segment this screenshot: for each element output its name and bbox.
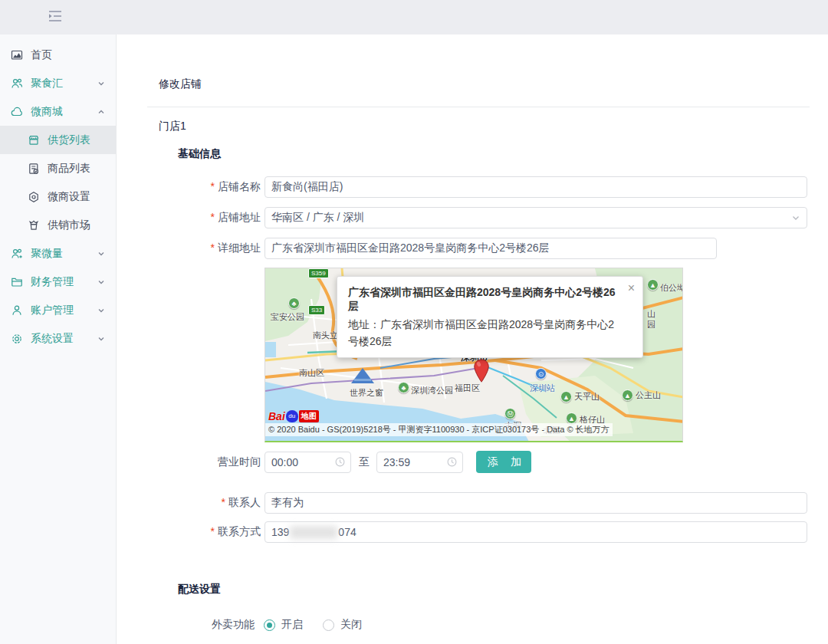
map-label: 公主山: [636, 389, 661, 401]
phone-suffix: 074: [338, 526, 356, 538]
clock-icon: [335, 457, 345, 467]
sidebar-item-label: 聚微量: [31, 247, 63, 261]
phone-label: *联系方式: [159, 525, 261, 539]
shop-region-label: *店铺地址: [159, 211, 261, 225]
market-icon: [28, 219, 41, 232]
top-header: [0, 0, 828, 34]
map-label: 天平山: [574, 391, 600, 402]
takeout-row: 外卖功能 开启 关闭: [159, 618, 810, 632]
park-poi-icon: ♣: [398, 382, 409, 393]
business-hours-row: 营业时间 00:00 至 23:59 添 加: [159, 451, 810, 473]
takeout-label: 外卖功能: [159, 618, 255, 632]
shop-name-row: *店铺名称: [159, 176, 810, 198]
sidebar-item-label: 首页: [31, 48, 52, 62]
window-of-world-pyramid-icon: [351, 368, 374, 383]
sidebar-item-label: 账户管理: [31, 304, 74, 317]
chevron-down-icon: [97, 250, 105, 258]
road-badge: S33: [308, 305, 325, 315]
sidebar-item-jushihui[interactable]: 聚食汇: [0, 69, 116, 97]
rail-station-poi-icon: ⊙: [535, 368, 547, 380]
required-asterisk: *: [211, 180, 215, 192]
sidebar-item-supply-list[interactable]: 供货列表: [0, 126, 116, 154]
radio-option-label[interactable]: 开启: [281, 618, 303, 632]
shop-name-input[interactable]: [264, 176, 807, 198]
sidebar-item-label: 财务管理: [31, 275, 74, 289]
contact-row: *联系人: [159, 492, 810, 514]
map-label: 南山区: [299, 367, 324, 379]
baidu-map[interactable]: S359 S33 ♣ ♣ ▲ ▲ ▲ Ⓜ ▲ ⊙ 宝安公园 南头立交 深云立交 …: [264, 268, 683, 442]
gear-icon: [11, 332, 24, 345]
page-title: 修改店铺: [159, 77, 810, 91]
phone-input[interactable]: 139 074: [264, 521, 807, 543]
person-icon: [11, 304, 24, 317]
title-divider: [147, 107, 810, 107]
sidebar-item-juweiliang[interactable]: 聚微量: [0, 239, 116, 268]
sidebar-item-home[interactable]: 首页: [0, 41, 116, 69]
sidebar: 首页 聚食汇 微商城 供货列表 商品列表 微商设置 供销市场: [0, 34, 117, 644]
map-copyright: © 2020 Baidu - GS(2019)5218号 - 甲测资字11009…: [265, 423, 613, 436]
contact-label: *联系人: [159, 496, 261, 510]
phone-row: *联系方式 139 074: [159, 521, 810, 543]
chart-icon: [11, 48, 24, 61]
map-label: 福田区: [455, 383, 480, 394]
sidebar-item-label: 商品列表: [48, 162, 90, 176]
chevron-down-icon: [97, 278, 105, 286]
cloud-icon: [11, 105, 24, 118]
hours-start-input[interactable]: 00:00: [264, 452, 351, 473]
shop-region-select[interactable]: 华南区 / 广东 / 深圳: [264, 207, 807, 228]
metro-poi-icon: Ⓜ: [504, 408, 516, 419]
radio-unselected-icon[interactable]: [323, 619, 334, 631]
hours-start-value: 00:00: [271, 456, 298, 468]
people-icon: [11, 77, 24, 90]
chevron-down-icon: [97, 335, 105, 343]
takeout-radio-group: 开启 关闭: [264, 618, 382, 632]
radio-selected-icon[interactable]: [264, 619, 275, 631]
sidebar-item-account[interactable]: 账户管理: [0, 296, 116, 324]
main-content: 修改店铺 门店1 基础信息 *店铺名称 *店铺地址 华南区 / 广东 / 深圳 …: [117, 34, 828, 644]
required-asterisk: *: [222, 496, 225, 508]
popup-address: 地址：广东省深圳市福田区金田路2028号皇岗商务中心2号楼26层: [348, 317, 619, 350]
clock-icon: [447, 457, 457, 467]
mountain-poi-icon: ▲: [560, 391, 572, 402]
address-input[interactable]: [264, 238, 717, 259]
park-poi-icon: ♣: [288, 297, 300, 309]
baidu-map-wordmark: 地图: [299, 410, 319, 422]
business-hours-label: 营业时间: [159, 455, 261, 469]
sidebar-item-system-settings[interactable]: 系统设置: [0, 324, 116, 353]
sidebar-item-label: 供销市场: [48, 219, 90, 232]
baidu-logo-text: Bai: [268, 410, 285, 422]
chevron-up-icon: [97, 108, 105, 116]
address-label: *详细地址: [159, 242, 261, 255]
map-label: 深圳湾公园: [411, 385, 453, 396]
store-title: 门店1: [159, 120, 810, 133]
hours-end-input[interactable]: 23:59: [376, 452, 463, 473]
collapse-menu-icon[interactable]: [48, 9, 63, 25]
sidebar-item-finance[interactable]: 财务管理: [0, 268, 116, 296]
shop-name-label: *店铺名称: [159, 180, 261, 194]
map-label: 深圳站: [530, 383, 555, 394]
sidebar-item-label: 微商设置: [48, 190, 90, 204]
close-icon[interactable]: ×: [628, 283, 635, 294]
sidebar-item-weishangcheng[interactable]: 微商城: [0, 97, 116, 126]
map-label: 园: [647, 319, 656, 330]
radio-option-label[interactable]: 关闭: [340, 618, 362, 632]
baidu-logo: Bai du 地图: [268, 410, 319, 422]
map-label: 山: [647, 308, 656, 320]
add-hours-button[interactable]: 添 加: [476, 451, 531, 473]
sidebar-item-supply-market[interactable]: 供销市场: [0, 211, 116, 239]
sidebar-item-goods-list[interactable]: 商品列表: [0, 154, 116, 182]
sidebar-item-label: 微商城: [31, 105, 63, 119]
folder-icon: [11, 275, 24, 288]
mountain-poi-icon: ▲: [647, 279, 659, 291]
map-popup: × 广东省深圳市福田区金田路2028号皇岗商务中心2号楼26层 地址：广东省深圳…: [337, 276, 643, 358]
sidebar-item-label: 系统设置: [31, 332, 74, 346]
mountain-poi-icon: ▲: [622, 389, 633, 401]
sidebar-item-weishang-settings[interactable]: 微商设置: [0, 182, 116, 211]
people-plus-icon: [11, 247, 24, 260]
required-asterisk: *: [211, 211, 215, 223]
address-row: *详细地址: [159, 238, 810, 259]
sidebar-item-label: 供货列表: [48, 133, 90, 147]
phone-blurred-digits: [290, 526, 337, 539]
contact-input[interactable]: [264, 492, 807, 514]
road-badge: S359: [308, 268, 329, 278]
